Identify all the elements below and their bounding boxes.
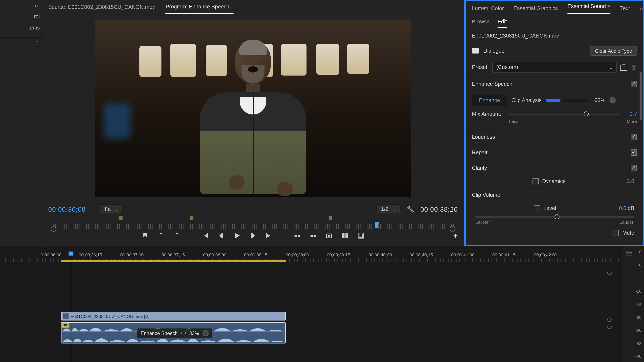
mix-amount-value[interactable]: 0.7	[624, 111, 637, 117]
svg-rect-9	[359, 234, 363, 237]
track-height-knob[interactable]	[607, 318, 612, 322]
panel-menu-icon[interactable]: ≡	[606, 3, 610, 9]
svg-rect-3	[314, 235, 316, 237]
play-button[interactable]	[233, 232, 241, 240]
project-item[interactable]: tems	[0, 22, 42, 34]
project-panel-strip: » roj tems : ⌃ 🗑	[0, 0, 42, 246]
preset-select[interactable]: (Custom)⌵	[492, 62, 616, 72]
duration-timecode: 00;00;38;26	[420, 205, 458, 213]
meter-bars	[626, 250, 632, 256]
comparison-view-button[interactable]	[341, 232, 349, 240]
export-frame-button[interactable]	[325, 232, 333, 240]
marker-icon[interactable]	[190, 216, 194, 220]
clip-volume-section[interactable]: Clip Volume	[466, 187, 643, 202]
marker-icon[interactable]	[329, 216, 332, 220]
level-checkbox[interactable]	[534, 205, 540, 211]
playhead[interactable]	[71, 255, 71, 362]
timeline-panel[interactable]: 0;00;36;00 00;00;36;15 00;00;37;00 00;00…	[0, 246, 622, 362]
enhance-speech-badge: Enhance Speech 33% ✕	[137, 329, 212, 338]
enhance-button[interactable]: Enhance	[472, 95, 507, 106]
expand-panel-icon[interactable]: »	[640, 5, 643, 12]
clip-analysis-label: Clip Analysis	[512, 97, 542, 103]
svg-point-5	[328, 235, 330, 237]
svg-rect-1	[298, 235, 300, 237]
tab-text[interactable]: Text	[620, 5, 630, 11]
svg-rect-2	[310, 235, 312, 237]
program-timeline[interactable]	[48, 216, 458, 227]
subtab-browse[interactable]: Browse	[472, 18, 490, 28]
timeline-zoom-knob[interactable]	[607, 271, 612, 275]
dynamics-checkbox[interactable]	[532, 178, 538, 184]
go-to-in-button[interactable]	[201, 232, 209, 240]
spinner-icon	[181, 331, 186, 336]
panel-scrollbar[interactable]	[640, 72, 642, 241]
tab-lumetri[interactable]: Lumetri Color	[472, 5, 504, 11]
add-marker-button[interactable]	[141, 232, 149, 240]
svg-rect-7	[346, 233, 348, 238]
step-back-button[interactable]	[217, 232, 225, 240]
track-height-knob[interactable]	[607, 325, 612, 329]
go-to-out-button[interactable]	[265, 232, 273, 240]
save-preset-icon[interactable]	[620, 64, 627, 71]
marker-icon[interactable]	[119, 216, 122, 220]
panel-menu-icon[interactable]: ≡	[231, 4, 234, 9]
cancel-analysis-button[interactable]: ✕	[610, 97, 616, 103]
audio-type-label: Dialogue	[484, 48, 504, 54]
lift-button[interactable]	[293, 232, 301, 240]
delete-preset-icon[interactable]: 🗑	[631, 64, 637, 71]
mix-amount-label: Mix Amount:	[472, 111, 504, 117]
mute-checkbox[interactable]	[613, 230, 619, 236]
loudness-section[interactable]: Loudness	[466, 129, 643, 144]
tab-essential-sound[interactable]: Essential Sound ≡	[568, 3, 610, 14]
work-area-bar[interactable]	[61, 260, 286, 262]
button-editor-button[interactable]: +	[453, 231, 458, 240]
enhance-speech-section[interactable]: Enhance Speech	[466, 76, 643, 91]
source-tab[interactable]: Source: E001C002_230815CU_CANON.mov	[48, 0, 155, 13]
clip-thumb-icon	[63, 314, 68, 319]
dialogue-icon	[472, 48, 479, 53]
tab-graphics[interactable]: Essential Graphics	[514, 5, 558, 11]
svg-rect-6	[342, 233, 345, 238]
subtab-edit[interactable]: Edit	[498, 18, 507, 28]
collapse-icon[interactable]: : ⌃	[0, 37, 42, 49]
preset-label: Preset:	[472, 64, 489, 70]
video-viewport[interactable]	[95, 19, 411, 197]
step-forward-button[interactable]	[249, 232, 257, 240]
resolution-select[interactable]: 1/2	[376, 204, 400, 214]
expand-panel-icon[interactable]: »	[31, 0, 42, 10]
safe-margins-button[interactable]	[357, 232, 365, 240]
enhance-speech-checkbox[interactable]	[631, 81, 637, 87]
selected-clip-name: E001C002_230815CU_CANON.mov	[466, 28, 643, 43]
dynamics-value[interactable]: 3.0	[627, 178, 634, 184]
settings-icon[interactable]: 🔧	[406, 206, 414, 213]
current-timecode[interactable]: 00;00;36;08	[48, 205, 86, 213]
level-value[interactable]: 0.0 dB	[619, 205, 634, 211]
project-item[interactable]: roj	[0, 10, 42, 22]
cancel-enhance-button[interactable]: ✕	[202, 330, 208, 336]
repair-checkbox[interactable]	[631, 149, 637, 156]
level-slider[interactable]	[474, 216, 634, 218]
zoom-select[interactable]: Fit	[100, 204, 122, 214]
mark-in-button[interactable]	[157, 232, 165, 240]
timeline-ruler[interactable]: 0;00;36;00 00;00;36;15 00;00;37;00 00;00…	[0, 250, 622, 262]
mark-out-button[interactable]	[173, 232, 181, 240]
analysis-progress	[546, 99, 590, 102]
svg-rect-0	[294, 235, 296, 237]
clarity-section[interactable]: Clarity	[466, 160, 643, 175]
extract-button[interactable]	[309, 232, 317, 240]
program-monitor: Source: E001C002_230815CU_CANON.mov Prog…	[42, 0, 465, 246]
repair-section[interactable]: Repair	[466, 145, 643, 160]
clear-audio-type-button[interactable]: Clear Audio Type	[590, 46, 637, 56]
video-clip[interactable]: E001C002_230815CU_CANON.mov [V]	[61, 312, 286, 321]
mix-amount-slider[interactable]	[509, 114, 619, 114]
program-tab[interactable]: Program: Enhance Speech≡	[166, 0, 234, 14]
audio-meters: 0 -6 -12 -18 -24 -30 -36 -42 -48	[622, 246, 644, 362]
clarity-checkbox[interactable]	[631, 165, 637, 171]
loudness-checkbox[interactable]	[631, 134, 637, 140]
essential-sound-panel: Lumetri Color Essential Graphics Essenti…	[465, 0, 644, 246]
analysis-percent: 33%	[595, 97, 605, 103]
